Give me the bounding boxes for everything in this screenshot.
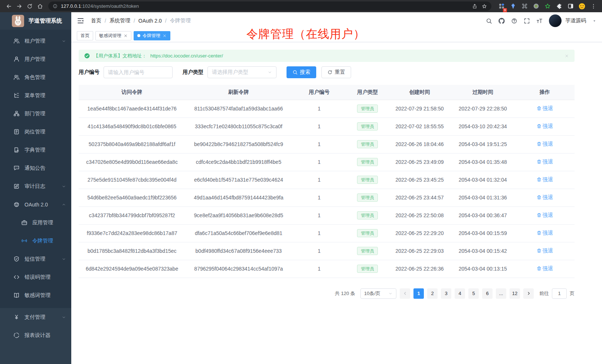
fullscreen-icon[interactable] bbox=[524, 18, 530, 24]
page-size-select[interactable]: 10条/页 bbox=[360, 288, 396, 299]
trash-icon bbox=[537, 142, 542, 146]
doc-link[interactable]: https://doc.iocoder.cn/user-center/ bbox=[150, 53, 223, 59]
force-logout-button[interactable]: 强退 bbox=[537, 265, 553, 272]
extensions-puzzle-icon[interactable] bbox=[554, 1, 564, 11]
sidebar-item-label: 短信管理 bbox=[24, 256, 62, 262]
sidebar-item[interactable]: 租户管理 bbox=[0, 32, 71, 50]
page-tab[interactable]: 敏感词管理 bbox=[95, 31, 131, 40]
expire-time-cell: 2054-03-04 01:31:36 bbox=[451, 189, 515, 206]
sidebar-item[interactable]: OAuth 2.0 bbox=[0, 195, 71, 214]
browser-menu-icon[interactable] bbox=[589, 1, 598, 11]
sidebar-item[interactable]: 支付管理 bbox=[0, 308, 71, 326]
sidebar-item[interactable]: 菜单管理 bbox=[0, 86, 71, 105]
force-logout-button[interactable]: 强退 bbox=[537, 194, 553, 201]
extensions-row: 9 bbox=[494, 1, 598, 11]
sidebar-item[interactable]: 应用管理 bbox=[0, 214, 71, 232]
force-logout-button[interactable]: 强退 bbox=[537, 123, 553, 130]
font-size-icon[interactable] bbox=[536, 18, 543, 24]
refresh-token-cell: b0df4980ffd34c67a08f9156e4eee733 bbox=[185, 242, 292, 260]
page-button[interactable]: ... bbox=[496, 288, 506, 299]
screen: 127.0.0.1:1024/system/oauth2/token 9 芋 bbox=[0, 0, 602, 364]
sidebar-item[interactable]: 通知公告 bbox=[0, 159, 71, 177]
breadcrumb-item[interactable]: 首页 / bbox=[91, 17, 109, 24]
sidebar-item[interactable]: 用户管理 bbox=[0, 50, 71, 68]
address-bar[interactable]: 127.0.0.1:1024/system/oauth2/token bbox=[48, 1, 491, 11]
sidebar-item[interactable]: 岗位管理 bbox=[0, 123, 71, 141]
sidebar-item[interactable]: 令牌管理 bbox=[0, 232, 71, 250]
trash-icon bbox=[537, 231, 542, 235]
breadcrumb-item[interactable]: 令牌管理 bbox=[170, 17, 197, 24]
page-tab[interactable]: 首页 bbox=[77, 31, 93, 40]
force-logout-button[interactable]: 强退 bbox=[537, 141, 553, 148]
page-button[interactable]: 5 bbox=[468, 288, 479, 299]
force-logout-button[interactable]: 强退 bbox=[537, 230, 553, 236]
search-button[interactable]: 搜索 bbox=[287, 66, 316, 78]
column-header: 刷新令牌 bbox=[185, 85, 292, 100]
alert-close-icon[interactable] bbox=[565, 54, 569, 58]
user-menu-caret-icon[interactable] bbox=[592, 19, 596, 23]
force-logout-button[interactable]: 强退 bbox=[537, 212, 553, 219]
trash-icon bbox=[537, 266, 542, 271]
sidebar-item[interactable]: 敏感词管理 bbox=[0, 286, 71, 304]
tab-close-icon[interactable] bbox=[163, 34, 167, 38]
bookmark-star-icon[interactable] bbox=[482, 4, 487, 9]
expire-time-cell: 2054-03-04 01:35:48 bbox=[451, 153, 515, 171]
extension-gem-icon[interactable] bbox=[508, 1, 518, 11]
access-token-cell: c342377bf8b344799dcbf7bf095287f2 bbox=[79, 206, 185, 224]
force-logout-button[interactable]: 强退 bbox=[537, 159, 553, 165]
page-tab[interactable]: 令牌管理 bbox=[134, 31, 170, 40]
user-type-select[interactable]: 请选择用户类型 bbox=[207, 66, 277, 78]
page-button[interactable]: 12 bbox=[510, 288, 520, 299]
sidebar-item[interactable]: 短信管理 bbox=[0, 250, 71, 268]
tab-close-icon[interactable] bbox=[124, 34, 128, 38]
browser-home-button[interactable] bbox=[35, 1, 45, 11]
sidebar-item[interactable]: 字典管理 bbox=[0, 141, 71, 159]
force-logout-button[interactable]: 强退 bbox=[537, 176, 553, 183]
table-row: 54d6be82ee5a460a9aedc1f9bf223656 49d1aa4… bbox=[79, 189, 575, 206]
share-icon[interactable] bbox=[472, 4, 477, 9]
extension-command-icon[interactable] bbox=[520, 1, 529, 11]
help-icon[interactable] bbox=[511, 18, 517, 24]
page-button[interactable]: 4 bbox=[455, 288, 465, 299]
force-logout-button[interactable]: 强退 bbox=[537, 105, 553, 112]
browser-forward-button[interactable] bbox=[14, 1, 24, 11]
access-token-cell: 275e5de9151045fe87cbdc395e004f4d bbox=[79, 171, 185, 189]
browser-reload-button[interactable] bbox=[24, 1, 35, 11]
force-logout-button[interactable]: 强退 bbox=[537, 248, 553, 254]
user-name[interactable]: 芋道源码 bbox=[565, 17, 586, 24]
sidebar-item[interactable]: 部门管理 bbox=[0, 105, 71, 123]
page-button[interactable]: 6 bbox=[482, 288, 493, 299]
extension-grid-icon[interactable]: 9 bbox=[497, 1, 506, 11]
github-icon[interactable] bbox=[498, 18, 505, 24]
extension-green-star-icon[interactable] bbox=[543, 1, 552, 11]
page-button[interactable]: 1 bbox=[413, 288, 424, 299]
sidebar-item-label: 用户管理 bbox=[24, 56, 62, 63]
user-avatar[interactable] bbox=[549, 14, 562, 27]
goto-page-input[interactable] bbox=[552, 288, 567, 299]
refresh-icon bbox=[327, 70, 333, 75]
sidebar-fold-icon[interactable] bbox=[77, 17, 84, 24]
table-row: f9336e7c7dd242a283ee98dc86b17a87 dfa6c71… bbox=[79, 224, 575, 242]
sidebar-item[interactable]: 审计日志 bbox=[0, 177, 71, 195]
expire-time-cell: 2054-03-04 00:15:59 bbox=[451, 224, 515, 242]
side-panel-icon[interactable] bbox=[566, 1, 575, 11]
extension-record-icon[interactable] bbox=[531, 1, 541, 11]
expire-time-cell: 2054-03-04 00:15:42 bbox=[451, 242, 515, 260]
reset-button[interactable]: 重置 bbox=[321, 66, 351, 78]
page-button[interactable]: 2 bbox=[427, 288, 438, 299]
table-row: 1ea5e44f8bc1467aaede43144f31de76 811c530… bbox=[79, 100, 575, 118]
sidebar-item[interactable]: 角色管理 bbox=[0, 68, 71, 86]
doc-alert: 【用户体系】文档地址： https://doc.iocoder.cn/user-… bbox=[79, 50, 575, 62]
search-icon[interactable] bbox=[486, 18, 492, 24]
sidebar-item[interactable]: 错误码管理 bbox=[0, 268, 71, 286]
breadcrumb-item[interactable]: OAuth 2.0 / bbox=[138, 18, 170, 24]
breadcrumb-item[interactable]: 系统管理 / bbox=[109, 17, 138, 24]
sidebar-item[interactable]: 报表设计器 bbox=[0, 326, 71, 344]
user-id-input[interactable] bbox=[104, 66, 173, 78]
page-button[interactable]: 3 bbox=[441, 288, 451, 299]
site-info-icon[interactable] bbox=[53, 4, 58, 9]
next-page-button[interactable] bbox=[523, 288, 534, 299]
prev-page-button[interactable] bbox=[400, 288, 410, 299]
browser-profile-avatar[interactable] bbox=[577, 1, 587, 11]
browser-back-button[interactable] bbox=[4, 1, 14, 11]
